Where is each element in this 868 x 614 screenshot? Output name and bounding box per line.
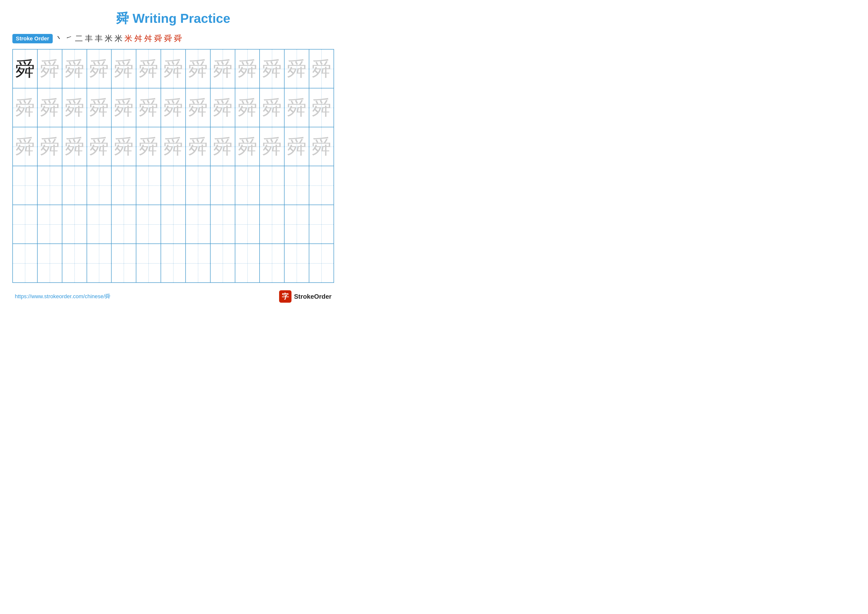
- grid-cell-1-10[interactable]: 舜: [235, 50, 260, 88]
- grid-cell-3-6[interactable]: 舜: [136, 127, 161, 166]
- grid-cell-5-3[interactable]: [62, 205, 87, 244]
- grid-cell-1-11[interactable]: 舜: [260, 50, 285, 88]
- grid-cell-4-7[interactable]: [161, 166, 186, 205]
- grid-cell-1-3[interactable]: 舜: [62, 50, 87, 88]
- grid-cell-2-8[interactable]: 舜: [186, 89, 211, 127]
- grid-cell-3-5[interactable]: 舜: [112, 127, 136, 166]
- grid-cell-2-1[interactable]: 舜: [13, 89, 37, 127]
- grid-cell-3-9[interactable]: 舜: [211, 127, 235, 166]
- grid-cell-2-4[interactable]: 舜: [87, 89, 112, 127]
- grid-cell-3-7[interactable]: 舜: [161, 127, 186, 166]
- grid-cell-4-5[interactable]: [112, 166, 136, 205]
- char-light: 舜: [287, 137, 307, 157]
- grid-cell-1-13[interactable]: 舜: [309, 50, 333, 88]
- grid-cell-5-10[interactable]: [235, 205, 260, 244]
- grid-cell-1-2[interactable]: 舜: [37, 50, 62, 88]
- grid-cell-2-13[interactable]: 舜: [309, 89, 333, 127]
- grid-cell-4-12[interactable]: [285, 166, 309, 205]
- grid-cell-6-2[interactable]: [37, 244, 62, 282]
- grid-cell-1-9[interactable]: 舜: [211, 50, 235, 88]
- grid-cell-3-12[interactable]: 舜: [285, 127, 309, 166]
- grid-cell-5-2[interactable]: [37, 205, 62, 244]
- stroke-1: 丶: [55, 33, 63, 44]
- grid-cell-4-13[interactable]: [309, 166, 333, 205]
- char-light: 舜: [287, 98, 307, 118]
- grid-cell-6-5[interactable]: [112, 244, 136, 282]
- grid-cell-2-12[interactable]: 舜: [285, 89, 309, 127]
- grid-cell-4-9[interactable]: [211, 166, 235, 205]
- grid-cell-4-2[interactable]: [37, 166, 62, 205]
- grid-cell-1-5[interactable]: 舜: [112, 50, 136, 88]
- char-light: 舜: [40, 137, 60, 157]
- stroke-3: 二: [75, 33, 83, 44]
- grid-cell-4-6[interactable]: [136, 166, 161, 205]
- grid-cell-2-7[interactable]: 舜: [161, 89, 186, 127]
- char-light: 舜: [163, 98, 183, 118]
- grid-cell-6-9[interactable]: [211, 244, 235, 282]
- stroke-order-row: Stroke Order 丶 ㇀ 二 丰 丰 米 米 米 舛 舛 舜 舜 舜: [12, 33, 334, 44]
- grid-cell-3-11[interactable]: 舜: [260, 127, 285, 166]
- grid-cell-4-8[interactable]: [186, 166, 211, 205]
- char-light: 舜: [40, 59, 60, 79]
- grid-cell-1-4[interactable]: 舜: [87, 50, 112, 88]
- char-light: 舜: [262, 137, 282, 157]
- grid-cell-2-5[interactable]: 舜: [112, 89, 136, 127]
- char-light: 舜: [312, 98, 331, 118]
- grid-cell-2-6[interactable]: 舜: [136, 89, 161, 127]
- grid-cell-2-11[interactable]: 舜: [260, 89, 285, 127]
- grid-cell-3-10[interactable]: 舜: [235, 127, 260, 166]
- grid-cell-6-10[interactable]: [235, 244, 260, 282]
- grid-cell-4-11[interactable]: [260, 166, 285, 205]
- grid-cell-5-5[interactable]: [112, 205, 136, 244]
- grid-cell-6-6[interactable]: [136, 244, 161, 282]
- grid-cell-5-6[interactable]: [136, 205, 161, 244]
- grid-cell-2-2[interactable]: 舜: [37, 89, 62, 127]
- grid-cell-6-13[interactable]: [309, 244, 333, 282]
- grid-cell-5-12[interactable]: [285, 205, 309, 244]
- grid-cell-1-7[interactable]: 舜: [161, 50, 186, 88]
- grid-cell-1-1[interactable]: 舜: [13, 50, 37, 88]
- grid-cell-6-12[interactable]: [285, 244, 309, 282]
- grid-cell-3-4[interactable]: 舜: [87, 127, 112, 166]
- footer-url[interactable]: https://www.strokeorder.com/chinese/舜: [15, 293, 110, 300]
- grid-cell-1-12[interactable]: 舜: [285, 50, 309, 88]
- grid-cell-3-13[interactable]: 舜: [309, 127, 333, 166]
- footer-brand: 字 StrokeOrder: [279, 290, 332, 303]
- grid-cell-5-11[interactable]: [260, 205, 285, 244]
- grid-cell-5-7[interactable]: [161, 205, 186, 244]
- grid-cell-5-9[interactable]: [211, 205, 235, 244]
- grid-cell-6-1[interactable]: [13, 244, 37, 282]
- grid-cell-3-1[interactable]: 舜: [13, 127, 37, 166]
- grid-cell-6-4[interactable]: [87, 244, 112, 282]
- stroke-13: 舜: [174, 33, 182, 44]
- grid-cell-6-3[interactable]: [62, 244, 87, 282]
- char-light: 舜: [188, 59, 208, 79]
- grid-cell-1-6[interactable]: 舜: [136, 50, 161, 88]
- stroke-7: 米: [115, 33, 122, 44]
- footer: https://www.strokeorder.com/chinese/舜 字 …: [12, 290, 334, 303]
- grid-cell-4-4[interactable]: [87, 166, 112, 205]
- grid-cell-5-4[interactable]: [87, 205, 112, 244]
- grid-cell-6-7[interactable]: [161, 244, 186, 282]
- stroke-4: 丰: [85, 33, 93, 44]
- grid-cell-5-8[interactable]: [186, 205, 211, 244]
- char-light: 舜: [188, 98, 208, 118]
- grid-cell-2-3[interactable]: 舜: [62, 89, 87, 127]
- grid-cell-1-8[interactable]: 舜: [186, 50, 211, 88]
- grid-cell-3-8[interactable]: 舜: [186, 127, 211, 166]
- char-light: 舜: [262, 59, 282, 79]
- grid-cell-3-3[interactable]: 舜: [62, 127, 87, 166]
- brand-icon: 字: [279, 290, 291, 303]
- brand-name: StrokeOrder: [294, 293, 332, 300]
- grid-cell-4-3[interactable]: [62, 166, 87, 205]
- grid-cell-2-9[interactable]: 舜: [211, 89, 235, 127]
- grid-cell-6-11[interactable]: [260, 244, 285, 282]
- grid-cell-5-1[interactable]: [13, 205, 37, 244]
- grid-cell-3-2[interactable]: 舜: [37, 127, 62, 166]
- grid-cell-2-10[interactable]: 舜: [235, 89, 260, 127]
- grid-cell-4-10[interactable]: [235, 166, 260, 205]
- grid-cell-6-8[interactable]: [186, 244, 211, 282]
- grid-cell-5-13[interactable]: [309, 205, 333, 244]
- stroke-chars: 丶 ㇀ 二 丰 丰 米 米 米 舛 舛 舜 舜 舜: [55, 33, 182, 44]
- grid-cell-4-1[interactable]: [13, 166, 37, 205]
